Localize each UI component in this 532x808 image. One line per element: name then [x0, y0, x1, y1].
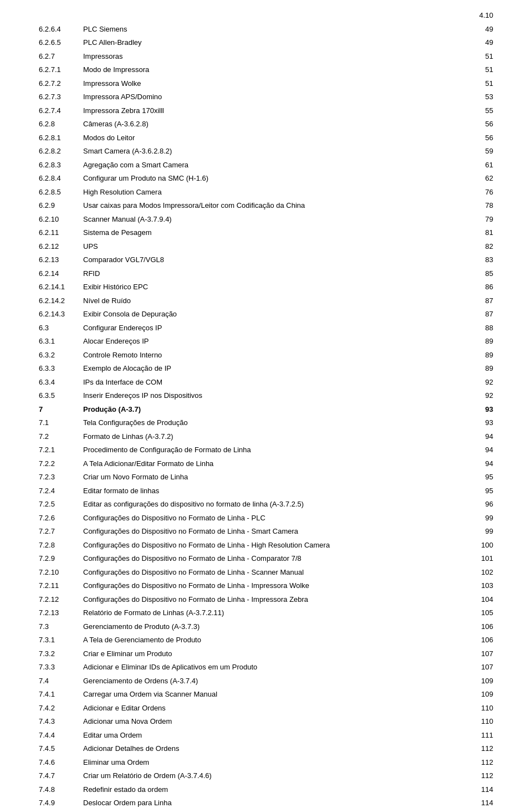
toc-page: 55 — [471, 104, 493, 117]
toc-number: 7.1 — [39, 416, 83, 430]
toc-page: 86 — [471, 280, 493, 294]
toc-title: Exibir Consola de Depuração — [83, 308, 471, 321]
toc-number: 6.2.6.4 — [39, 22, 83, 36]
toc-page: 79 — [471, 212, 493, 226]
toc-title: PLC Siemens — [83, 22, 471, 36]
toc-title: Procedimento de Configuração de Formato … — [83, 443, 471, 457]
toc-number: 7.3.1 — [39, 633, 83, 647]
toc-title: Nível de Ruído — [83, 294, 471, 308]
toc-number: 6.2.8.2 — [39, 145, 83, 158]
toc-title: Criar um Novo Formato de Linha — [83, 471, 471, 484]
toc-page: 82 — [471, 239, 493, 253]
toc-page: 112 — [471, 742, 493, 756]
toc-title: Configurações do Dispositivo no Formato … — [83, 538, 471, 552]
toc-page: 109 — [471, 688, 493, 702]
toc-page: 61 — [471, 158, 493, 172]
toc-row: 6.2.7.1Modo de Impressora51 — [39, 63, 493, 77]
toc-title: Editar uma Ordem — [83, 728, 471, 742]
toc-row: 6.2.7.2Impressora Wolke51 — [39, 76, 493, 90]
toc-number: 7.3.3 — [39, 661, 83, 674]
toc-page: 56 — [471, 131, 493, 145]
toc-row: 6.2.8.5High Resolution Camera76 — [39, 185, 493, 199]
toc-number: 7.4.9 — [39, 796, 83, 809]
toc-number: 6.3.5 — [39, 389, 83, 403]
toc-row: 6.3.4IPs da Interface de COM92 — [39, 375, 493, 389]
toc-row: 6.2.8.1Modos do Leitor56 — [39, 131, 493, 145]
toc-row: 7.4Gerenciamento de Ordens (A-3.7.4)109 — [39, 674, 493, 688]
toc-title: Gerenciamento de Produto (A-3.7.3) — [83, 620, 471, 633]
toc-row: 6.3.3Exemplo de Alocação de IP89 — [39, 362, 493, 376]
toc-row: 7.2.3Criar um Novo Formato de Linha95 — [39, 471, 493, 484]
toc-title: Relatório de Formato de Linhas (A-3.7.2.… — [83, 606, 471, 620]
toc-page: 110 — [471, 701, 493, 715]
toc-number: 6.2.11 — [39, 226, 83, 240]
toc-row: 6.2.7.4Impressora Zebra 170xilll55 — [39, 104, 493, 117]
toc-row: 7.2.6Configurações do Dispositivo no For… — [39, 511, 493, 525]
toc-number: 6.3.1 — [39, 335, 83, 349]
toc-row: 6.2.14RFID85 — [39, 267, 493, 280]
toc-title: Configurações do Dispositivo no Formato … — [83, 579, 471, 593]
toc-row: 6.2.8.4Configurar um Produto na SMC (H-1… — [39, 172, 493, 186]
toc-title: Exemplo de Alocação de IP — [83, 362, 471, 376]
toc-page: 56 — [471, 117, 493, 131]
toc-title: Controle Remoto Interno — [83, 348, 471, 362]
toc-page: 94 — [471, 443, 493, 457]
toc-title: Inserir Endereços IP nos Dispositivos — [83, 389, 471, 403]
toc-title: Configurações do Dispositivo no Formato … — [83, 525, 471, 539]
toc-row: 6.3.2Controle Remoto Interno89 — [39, 348, 493, 362]
toc-row: 7.3.3Adicionar e Eliminar IDs de Aplicat… — [39, 661, 493, 674]
toc-row: 7.4.3Adicionar uma Nova Ordem110 — [39, 715, 493, 729]
toc-title: Adicionar e Eliminar IDs de Aplicativos … — [83, 661, 471, 674]
toc-page: 103 — [471, 579, 493, 593]
toc-title: Formato de Linhas (A-3.7.2) — [83, 429, 471, 443]
toc-row: 7.4.5Adicionar Detalhes de Ordens112 — [39, 742, 493, 756]
toc-row: 6.3.1Alocar Endereços IP89 — [39, 335, 493, 349]
toc-row: 6.2.10Scanner Manual (A-3.7.9.4)79 — [39, 212, 493, 226]
toc-number: 7.2.10 — [39, 565, 83, 579]
toc-page: 51 — [471, 49, 493, 63]
toc-row: 6.2.7.3Impressora APS/Domino53 — [39, 90, 493, 104]
toc-page: 92 — [471, 375, 493, 389]
toc-row: 7.4.1Carregar uma Ordem via Scanner Manu… — [39, 688, 493, 702]
toc-number: 6.2.7.2 — [39, 76, 83, 90]
toc-number: 7.4.3 — [39, 715, 83, 729]
toc-page: 104 — [471, 592, 493, 606]
toc-row: 7.2.1Procedimento de Configuração de For… — [39, 443, 493, 457]
toc-number: 6.2.13 — [39, 253, 83, 267]
toc-page: 107 — [471, 661, 493, 674]
toc-title: High Resolution Camera — [83, 185, 471, 199]
toc-row: 7.2.11Configurações do Dispositivo no Fo… — [39, 579, 493, 593]
toc-page: 76 — [471, 185, 493, 199]
toc-number: 7.4.8 — [39, 783, 83, 796]
toc-page: 93 — [471, 416, 493, 430]
toc-number: 6.3.4 — [39, 375, 83, 389]
toc-table: 6.2.6.4PLC Siemens496.2.6.5PLC Allen-Bra… — [39, 22, 493, 808]
toc-title: Criar um Relatório de Ordem (A-3.7.4.6) — [83, 769, 471, 783]
toc-row: 6.2.8.3Agregação com a Smart Camera61 — [39, 158, 493, 172]
toc-title: PLC Allen-Bradley — [83, 36, 471, 50]
toc-page: 114 — [471, 783, 493, 796]
toc-row: 6.2.11Sistema de Pesagem81 — [39, 226, 493, 240]
toc-row: 7.3Gerenciamento de Produto (A-3.7.3)106 — [39, 620, 493, 633]
toc-row: 7.2.4Editar formato de linhas95 — [39, 484, 493, 498]
toc-number: 7.2.8 — [39, 538, 83, 552]
toc-title: Eliminar uma Ordem — [83, 755, 471, 769]
toc-number: 6.2.7.3 — [39, 90, 83, 104]
toc-page: 102 — [471, 565, 493, 579]
toc-row: 7.4.2Adicionar e Editar Ordens110 — [39, 701, 493, 715]
toc-number: 7.2 — [39, 429, 83, 443]
toc-page: 95 — [471, 471, 493, 484]
toc-number: 6.2.8 — [39, 117, 83, 131]
toc-number: 7.4 — [39, 674, 83, 688]
toc-row: 7.3.1A Tela de Gerenciamento de Produto1… — [39, 633, 493, 647]
toc-title: Impressoras — [83, 49, 471, 63]
toc-title: RFID — [83, 267, 471, 280]
toc-page: 100 — [471, 538, 493, 552]
toc-number: 6.2.8.4 — [39, 172, 83, 186]
page-number-top: 4.10 — [479, 11, 493, 19]
toc-page: 59 — [471, 145, 493, 158]
toc-number: 7.4.1 — [39, 688, 83, 702]
toc-row: 7.2.2A Tela Adicionar/Editar Formato de … — [39, 457, 493, 471]
toc-title: Gerenciamento de Ordens (A-3.7.4) — [83, 674, 471, 688]
toc-number: 7.2.2 — [39, 457, 83, 471]
